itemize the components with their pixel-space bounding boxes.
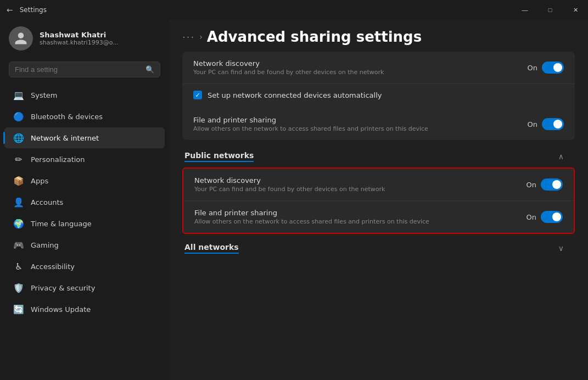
sidebar-item-label-bluetooth: Bluetooth & devices bbox=[31, 113, 103, 121]
privacy-nav-icon: 🛡️ bbox=[13, 282, 24, 293]
window-title: Settings bbox=[20, 6, 47, 14]
sidebar-item-label-apps: Apps bbox=[31, 177, 48, 185]
public-discovery-on-label: On bbox=[527, 181, 536, 189]
sidebar-item-label-update: Windows Update bbox=[31, 305, 91, 314]
sidebar: Shashwat Khatri shashwat.khatri1993@o...… bbox=[0, 20, 169, 380]
public-networks-chevron: ∧ bbox=[558, 152, 564, 161]
sidebar-item-label-accounts: Accounts bbox=[31, 198, 63, 206]
breadcrumb-arrow: › bbox=[199, 32, 203, 41]
all-networks-title: All networks bbox=[184, 243, 239, 254]
user-profile[interactable]: Shashwat Khatri shashwat.khatri1993@o... bbox=[0, 20, 169, 59]
all-networks-section-header[interactable]: All networks ∨ bbox=[182, 234, 575, 259]
private-discovery-desc: Your PC can find and be found by other d… bbox=[193, 69, 519, 76]
content-header: ··· › Advanced sharing settings bbox=[169, 20, 588, 52]
private-network-discovery-row: Network discovery Your PC can find and b… bbox=[182, 52, 575, 84]
sidebar-item-label-personalization: Personalization bbox=[31, 155, 85, 164]
accounts-nav-icon: 👤 bbox=[13, 197, 24, 208]
close-button[interactable]: ✕ bbox=[563, 0, 588, 20]
search-input[interactable] bbox=[15, 65, 141, 74]
private-file-sharing-desc: Allow others on the network to access sh… bbox=[193, 125, 519, 132]
public-file-sharing-desc: Allow others on the network to access sh… bbox=[194, 218, 518, 225]
content-area: ··· › Advanced sharing settings Network … bbox=[169, 20, 588, 380]
personalization-nav-icon: ✏️ bbox=[13, 154, 24, 165]
maximize-button[interactable]: □ bbox=[537, 0, 563, 20]
private-file-sharing-row: File and printer sharing Allow others on… bbox=[182, 108, 575, 140]
private-network-group: Network discovery Your PC can find and b… bbox=[182, 52, 575, 140]
sidebar-item-bluetooth[interactable]: 🔵Bluetooth & devices bbox=[4, 106, 165, 127]
title-bar-controls: — □ ✕ bbox=[512, 0, 588, 20]
update-nav-icon: 🔄 bbox=[13, 304, 24, 315]
nav-list: 💻System🔵Bluetooth & devices🌐Network & in… bbox=[0, 84, 169, 320]
page-title: Advanced sharing settings bbox=[207, 29, 422, 45]
public-discovery-desc: Your PC can find and be found by other d… bbox=[194, 186, 518, 193]
sidebar-item-gaming[interactable]: 🎮Gaming bbox=[4, 234, 165, 255]
search-icon: 🔍 bbox=[145, 65, 154, 74]
sidebar-item-privacy[interactable]: 🛡️Privacy & security bbox=[4, 277, 165, 298]
sidebar-item-update[interactable]: 🔄Windows Update bbox=[4, 299, 165, 320]
breadcrumb-dots[interactable]: ··· bbox=[182, 31, 195, 43]
sidebar-item-time[interactable]: 🌍Time & language bbox=[4, 213, 165, 234]
public-file-sharing-on-label: On bbox=[527, 213, 536, 221]
public-file-sharing-title: File and printer sharing bbox=[194, 209, 518, 217]
public-discovery-toggle[interactable] bbox=[541, 178, 563, 191]
private-file-sharing-toggle[interactable] bbox=[542, 118, 564, 130]
public-networks-section-header[interactable]: Public networks ∧ bbox=[182, 142, 575, 167]
sidebar-item-label-system: System bbox=[31, 91, 57, 99]
user-email: shashwat.khatri1993@o... bbox=[40, 39, 119, 46]
sidebar-item-accessibility[interactable]: ♿Accessibility bbox=[4, 256, 165, 277]
public-network-discovery-row: Network discovery Your PC can find and b… bbox=[183, 169, 574, 201]
back-icon[interactable]: ← bbox=[7, 5, 13, 14]
search-box[interactable]: 🔍 bbox=[9, 62, 160, 77]
sidebar-item-system[interactable]: 💻System bbox=[4, 85, 165, 105]
apps-nav-icon: 📦 bbox=[13, 175, 24, 186]
sidebar-item-label-privacy: Privacy & security bbox=[31, 284, 95, 292]
private-discovery-on-label: On bbox=[528, 64, 537, 72]
private-discovery-toggle[interactable] bbox=[542, 62, 564, 74]
auto-setup-label: Set up network connected devices automat… bbox=[208, 91, 382, 99]
private-file-sharing-on-label: On bbox=[528, 120, 537, 128]
time-nav-icon: 🌍 bbox=[13, 218, 24, 229]
sidebar-item-network[interactable]: 🌐Network & internet bbox=[4, 127, 165, 148]
bluetooth-nav-icon: 🔵 bbox=[13, 111, 24, 122]
public-discovery-title: Network discovery bbox=[194, 176, 518, 185]
system-nav-icon: 💻 bbox=[13, 90, 24, 100]
main-layout: Shashwat Khatri shashwat.khatri1993@o...… bbox=[0, 20, 588, 380]
auto-setup-checkbox[interactable] bbox=[193, 91, 202, 99]
user-info: Shashwat Khatri shashwat.khatri1993@o... bbox=[40, 31, 119, 46]
sidebar-item-accounts[interactable]: 👤Accounts bbox=[4, 192, 165, 213]
sidebar-item-personalization[interactable]: ✏️Personalization bbox=[4, 149, 165, 170]
public-networks-group: Network discovery Your PC can find and b… bbox=[182, 167, 575, 234]
title-bar: ← Settings — □ ✕ bbox=[0, 0, 588, 20]
public-file-sharing-row: File and printer sharing Allow others on… bbox=[183, 201, 574, 233]
sidebar-item-label-network: Network & internet bbox=[31, 134, 99, 142]
accessibility-nav-icon: ♿ bbox=[13, 261, 24, 272]
sidebar-item-label-time: Time & language bbox=[31, 220, 92, 228]
gaming-nav-icon: 🎮 bbox=[13, 239, 24, 250]
sidebar-item-label-accessibility: Accessibility bbox=[31, 262, 75, 271]
sidebar-item-label-gaming: Gaming bbox=[31, 241, 59, 249]
title-bar-left: ← Settings bbox=[7, 5, 47, 14]
avatar bbox=[9, 26, 33, 51]
minimize-button[interactable]: — bbox=[512, 0, 537, 20]
public-networks-title: Public networks bbox=[184, 151, 254, 162]
private-discovery-title: Network discovery bbox=[193, 59, 519, 68]
auto-setup-checkbox-row: Set up network connected devices automat… bbox=[182, 84, 575, 106]
user-name: Shashwat Khatri bbox=[40, 31, 119, 39]
sidebar-item-apps[interactable]: 📦Apps bbox=[4, 170, 165, 191]
public-file-sharing-toggle[interactable] bbox=[541, 211, 563, 223]
private-file-sharing-title: File and printer sharing bbox=[193, 116, 519, 124]
network-nav-icon: 🌐 bbox=[13, 132, 24, 143]
all-networks-chevron: ∨ bbox=[558, 244, 564, 253]
content-body: Network discovery Your PC can find and b… bbox=[169, 52, 588, 380]
